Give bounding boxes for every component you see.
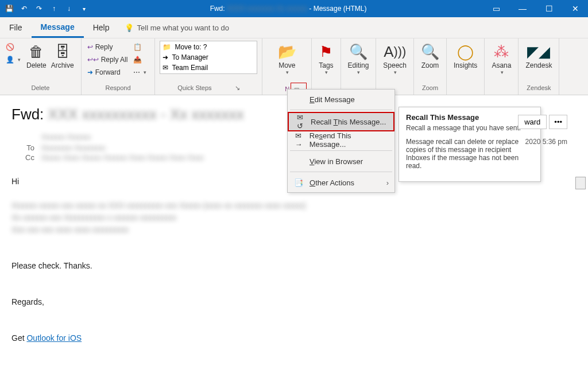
to-label: To	[11, 143, 34, 152]
zoom-icon: 🔍	[421, 42, 439, 61]
group-speech: A)))Speech▾	[376, 38, 414, 95]
search-paper-icon: 🔍	[349, 42, 368, 61]
more-actions-pill-button[interactable]: •••	[549, 115, 567, 129]
subject-blurred: XXX xxxxxxxxxx - Xx xxxxxxx	[48, 106, 244, 123]
close-icon[interactable]: ✕	[563, 0, 588, 17]
asana-icon: ⁂	[494, 42, 509, 61]
body-please-check: Please check. Thanks.	[11, 260, 577, 272]
zendesk-button[interactable]: ◤◢Zendesk	[525, 42, 552, 69]
quick-step-to-manager[interactable]: ➜To Manager	[161, 53, 256, 62]
zoom-button[interactable]: 🔍Zoom	[421, 42, 439, 69]
forward-button[interactable]: ➜Forward	[86, 66, 129, 79]
message-date: 2020 5:36 pm	[525, 138, 567, 146]
quick-steps-gallery[interactable]: 📁Move to: ? ➜To Manager ✉Team Email	[160, 41, 257, 74]
tell-me-field[interactable]: Tell me what you want to do	[137, 24, 229, 32]
meeting-button[interactable]: 📋	[132, 41, 148, 53]
body-get-outlook: Get Outlook for iOS	[11, 332, 577, 344]
more-respond-button[interactable]: ⋯▾	[132, 66, 148, 79]
ribbon-display-icon[interactable]: ▭	[483, 0, 509, 17]
window-controls: ▭ — ☐ ✕	[483, 0, 588, 17]
tab-help[interactable]: Help	[84, 18, 119, 37]
zendesk-icon: ◤◢	[527, 42, 550, 61]
cc-row: Cc Xxxxx Xxxx Xxxxx Xxxxxx Xxxx Xxxxx Xx…	[11, 153, 577, 162]
reply-button[interactable]: ↩Reply	[86, 41, 129, 53]
outlook-ios-link[interactable]: Outlook for iOS	[26, 333, 82, 343]
reply-all-button[interactable]: ↩↩Reply All	[86, 53, 129, 66]
trash-icon: 🗑	[29, 42, 44, 61]
insights-icon: ◯	[457, 42, 474, 61]
group-label: Zendesk	[523, 84, 554, 94]
maximize-icon[interactable]: ☐	[536, 0, 562, 17]
delete-button[interactable]: 🗑 Delete	[26, 42, 47, 69]
group-asana: ⁂Asana▾	[485, 38, 519, 95]
save-icon[interactable]: 💾	[5, 4, 14, 13]
archive-button[interactable]: 🗄 Archive	[51, 42, 74, 69]
to-value-blurred: Xxxxxxxx Xxxxxxxx	[41, 143, 106, 152]
move-button[interactable]: 📂 Move ▾	[278, 42, 296, 75]
folder-move-icon: 📂	[278, 42, 296, 61]
ribbon-tabs: File Message Help 💡 Tell me what you wan…	[0, 17, 588, 38]
group-label: Delete	[5, 84, 76, 94]
body-blurred-2: Xx xxxxxx xxx Xxxxxxxxxx x xxxxxx xxxxxx…	[11, 212, 577, 224]
forward-pill-button[interactable]: ward	[518, 115, 547, 129]
minimize-icon[interactable]: —	[510, 0, 535, 17]
tags-button[interactable]: ⚑Tags▾	[319, 42, 333, 75]
speech-button[interactable]: A)))Speech▾	[383, 42, 407, 75]
group-label: Quick Steps↘	[160, 84, 257, 94]
body-greeting: Hi	[11, 176, 577, 188]
cc-label: Cc	[11, 153, 34, 162]
cc-value-blurred: Xxxxx Xxxx Xxxxx Xxxxxx Xxxx Xxxxx Xxxx …	[41, 153, 204, 162]
editing-button[interactable]: 🔍Editing▾	[348, 42, 369, 75]
message-content: Fwd: XXX xxxxxxxxxx - Xx xxxxxxx ward ••…	[0, 95, 588, 344]
group-zendesk: ◤◢Zendesk Zendesk	[519, 38, 559, 95]
quick-access-toolbar: 💾 ↶ ↷ ↑ ↓ ▾	[0, 4, 93, 13]
message-subject: Fwd: XXX xxxxxxxxxx - Xx xxxxxxx	[11, 106, 577, 123]
title-bar: 💾 ↶ ↷ ↑ ↓ ▾ Fwd: XXXX xxxxxxxx Xx xxxxxx…	[0, 0, 588, 17]
redo-icon[interactable]: ↷	[34, 4, 44, 13]
asana-button[interactable]: ⁂Asana▾	[492, 42, 511, 75]
body-regards: Regards,	[11, 296, 577, 308]
flag-icon: ⚑	[319, 42, 332, 61]
title-subject-blurred: XXXX xxxxxxxx Xx xxxxxx	[227, 5, 307, 13]
group-quick-steps: 📁Move to: ? ➜To Manager ✉Team Email Quic…	[155, 38, 262, 95]
window-title: Fwd: XXXX xxxxxxxx Xx xxxxxx - Message (…	[93, 5, 483, 13]
quick-step-move-to[interactable]: 📁Move to: ?	[161, 42, 256, 52]
prev-icon[interactable]: ↑	[49, 4, 59, 13]
group-respond: ↩Reply ↩↩Reply All ➜Forward 📋 📤 ⋯▾ Respo…	[82, 38, 156, 95]
group-label: Zoom	[419, 84, 442, 94]
ribbon: 🚫 👤▾ 🗑 Delete 🗄 Archive Delete ↩Reply ↩↩…	[0, 38, 588, 95]
to-row: To Xxxxxxxx Xxxxxxxx	[11, 143, 577, 152]
share-button[interactable]: 📤	[132, 53, 148, 66]
junk-button[interactable]: 👤▾	[5, 53, 22, 66]
qat-dropdown-icon[interactable]: ▾	[79, 4, 88, 13]
group-label: Respond	[86, 84, 150, 94]
reply-forward-bar: ward •••	[518, 115, 567, 129]
body-blurred-3: Xxx xxx xxx xxxx xxxx xxxxxxxxx	[11, 224, 577, 236]
title-prefix: Fwd:	[210, 5, 225, 13]
dialog-launcher-icon[interactable]: ↘	[235, 84, 240, 94]
message-body: Hi Xxxxxx xxxxx xxx xxxxx xx XXX xxxxxxx…	[11, 176, 577, 344]
group-delete: 🚫 👤▾ 🗑 Delete 🗄 Archive Delete	[0, 38, 82, 95]
sender-name-blurred: Xxxxxx Xxxxxx	[11, 133, 577, 141]
next-icon[interactable]: ↓	[64, 4, 74, 13]
group-editing: 🔍Editing▾	[341, 38, 377, 95]
ignore-button[interactable]: 🚫	[5, 41, 22, 53]
tab-message[interactable]: Message	[32, 18, 84, 38]
title-suffix: - Message (HTML)	[309, 5, 366, 13]
undo-icon[interactable]: ↶	[20, 4, 29, 13]
group-tags: ⚑Tags▾	[312, 38, 341, 95]
quick-step-team-email[interactable]: ✉Team Email	[161, 63, 256, 72]
read-aloud-icon: A)))	[384, 42, 406, 61]
chevron-down-icon: ▾	[286, 69, 289, 75]
lightbulb-icon: 💡	[125, 24, 134, 32]
body-blurred-1: Xxxxxx xxxxx xxx xxxxx xx XXX xxxxxxxxx …	[11, 200, 577, 212]
archive-icon: 🗄	[55, 42, 70, 61]
group-zoom: 🔍Zoom Zoom	[414, 38, 447, 95]
group-insights: ◯Insights	[447, 38, 485, 95]
tab-file[interactable]: File	[0, 18, 32, 37]
group-move: 📂 Move ▾ Move N ▣ ▾	[262, 38, 312, 95]
insights-button[interactable]: ◯Insights	[454, 42, 477, 69]
scrollbar-thumb[interactable]	[575, 177, 586, 189]
